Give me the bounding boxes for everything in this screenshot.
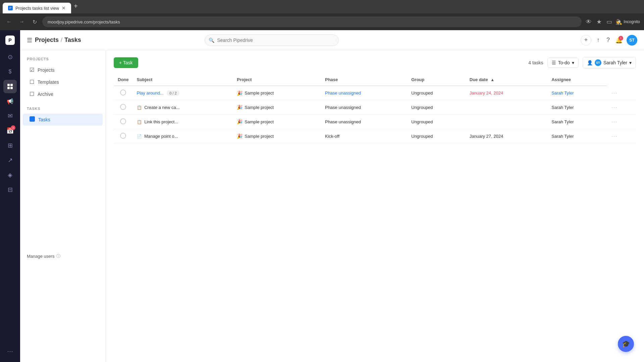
subject-cell-2: 📋 Create a new ca... xyxy=(133,100,233,115)
project-name-3[interactable]: Sample project xyxy=(245,119,274,124)
browser-visibility-toggle[interactable]: 👁 xyxy=(584,17,593,27)
app-logo[interactable]: P xyxy=(4,34,16,46)
app-container: P ⊙ $ 📢 ✉ 📅 2 ⊞ ↗ ◈ ⊟ ⋯ ☰ Projects / xyxy=(0,30,644,362)
done-radio-2[interactable] xyxy=(120,104,126,110)
sidebar-item-archive[interactable]: ☐ Archive xyxy=(23,88,103,100)
nav-icon-home[interactable]: ⊙ xyxy=(3,50,17,64)
project-name-4[interactable]: Sample project xyxy=(245,134,274,139)
browser-chrome: P Projects tasks list view ✕ + ← → ↻ 👁 ★… xyxy=(0,0,644,30)
notification-bell[interactable]: 🔔 1 xyxy=(615,37,623,44)
manage-users-link[interactable]: Manage users ⓘ xyxy=(27,253,99,259)
tab-close-button[interactable]: ✕ xyxy=(62,5,66,11)
row-actions-icon-2[interactable]: ⋯ xyxy=(611,104,618,111)
done-cell-2[interactable] xyxy=(114,100,133,115)
breadcrumb: Projects / Tasks xyxy=(35,37,81,44)
main-content: + Task 4 tasks ☰ To-do ▾ 👤 ST Sarah Tyle… xyxy=(106,50,644,362)
row-actions-1[interactable]: ⋯ xyxy=(607,86,636,100)
user-avatar[interactable]: ST xyxy=(627,35,637,46)
subject-text-2[interactable]: Create a new ca... xyxy=(144,105,180,110)
nav-icon-maps[interactable]: ⊟ xyxy=(3,183,17,196)
due-date-value-4: January 27, 2024 xyxy=(470,134,503,139)
assignee-filter-dropdown[interactable]: 👤 ST Sarah Tyler ▾ xyxy=(583,57,636,68)
browser-bookmark-button[interactable]: ★ xyxy=(595,17,603,27)
done-cell-1[interactable] xyxy=(114,86,133,100)
nav-icon-trends[interactable]: ↗ xyxy=(3,154,17,167)
incognito-indicator: 🕵 Incognito xyxy=(615,19,640,25)
assignee-filter-label: Sarah Tyler xyxy=(603,60,627,65)
assignee-value-1[interactable]: Sarah Tyler xyxy=(551,90,574,96)
row-actions-icon-1[interactable]: ⋯ xyxy=(611,89,618,96)
svg-rect-3 xyxy=(10,87,13,89)
project-cell-1: 🎉 Sample project xyxy=(233,86,321,100)
menu-toggle-button[interactable]: ☰ xyxy=(27,37,32,44)
due-date-cell-2 xyxy=(466,100,547,115)
table-body: Play around... 0 / 2 🎉 Sample project xyxy=(114,86,636,143)
assignee-value-2[interactable]: Sarah Tyler xyxy=(551,105,574,110)
breadcrumb-root[interactable]: Projects xyxy=(35,37,59,44)
project-name-1[interactable]: Sample project xyxy=(245,90,274,96)
global-add-button[interactable]: + xyxy=(581,35,591,46)
icon-sidebar: P ⊙ $ 📢 ✉ 📅 2 ⊞ ↗ ◈ ⊟ ⋯ xyxy=(0,30,20,362)
nav-icon-more[interactable]: ⋯ xyxy=(3,345,17,358)
assignee-value-3[interactable]: Sarah Tyler xyxy=(551,119,574,124)
projects-icon: ☑ xyxy=(30,67,34,73)
share-button[interactable]: ↑ xyxy=(595,35,601,45)
browser-tab-active[interactable]: P Projects tasks list view ✕ xyxy=(3,3,71,13)
browser-reload-button[interactable]: ↻ xyxy=(30,17,40,27)
help-fab-button[interactable]: 🎓 xyxy=(618,336,634,352)
nav-icon-projects[interactable] xyxy=(3,80,17,93)
nav-icon-products[interactable]: ◈ xyxy=(3,168,17,182)
project-name-2[interactable]: Sample project xyxy=(245,105,274,110)
sidebar-item-projects[interactable]: ☑ Projects xyxy=(23,64,103,76)
col-subject: Subject xyxy=(133,74,233,86)
main-toolbar: + Task 4 tasks ☰ To-do ▾ 👤 ST Sarah Tyle… xyxy=(114,57,636,68)
row-actions-3[interactable]: ⋯ xyxy=(607,115,636,129)
done-cell-4[interactable] xyxy=(114,129,133,143)
new-tab-button[interactable]: + xyxy=(71,1,80,11)
col-phase: Phase xyxy=(321,74,407,86)
nav-icon-inbox[interactable]: ✉ xyxy=(3,109,17,123)
search-input[interactable] xyxy=(205,35,339,46)
header-left: ☰ Projects / Tasks xyxy=(27,37,81,44)
breadcrumb-current: Tasks xyxy=(64,37,81,44)
row-actions-icon-4[interactable]: ⋯ xyxy=(611,133,618,139)
tasks-icon xyxy=(30,116,35,123)
done-cell-3[interactable] xyxy=(114,115,133,129)
col-done: Done xyxy=(114,74,133,86)
row-actions-4[interactable]: ⋯ xyxy=(607,129,636,143)
nav-icon-campaigns[interactable]: 📢 xyxy=(3,95,17,108)
nav-icon-deals[interactable]: $ xyxy=(3,65,17,78)
help-button[interactable]: ? xyxy=(605,35,611,45)
project-icon-1: 🎉 xyxy=(237,90,243,96)
nav-icon-reports[interactable]: ⊞ xyxy=(3,139,17,152)
status-filter-dropdown[interactable]: ☰ To-do ▾ xyxy=(547,58,579,68)
due-date-sort-icon[interactable]: ▲ xyxy=(490,77,494,82)
browser-forward-button[interactable]: → xyxy=(17,17,27,27)
nav-icon-calendar[interactable]: 📅 2 xyxy=(3,124,17,137)
projects-section-label: PROJECTS xyxy=(20,57,105,64)
done-radio-1[interactable] xyxy=(120,89,126,96)
phase-cell-3: Phase unassigned xyxy=(321,115,407,129)
phase-value-3[interactable]: Phase unassigned xyxy=(325,119,361,124)
row-actions-2[interactable]: ⋯ xyxy=(607,100,636,115)
archive-icon: ☐ xyxy=(30,91,34,97)
browser-back-button[interactable]: ← xyxy=(4,17,14,27)
address-bar[interactable] xyxy=(42,16,582,27)
phase-value-4[interactable]: Kick-off xyxy=(325,134,339,139)
done-radio-3[interactable] xyxy=(120,118,126,124)
sidebar-item-tasks[interactable]: Tasks xyxy=(23,114,103,126)
add-task-button[interactable]: + Task xyxy=(114,57,138,68)
assignee-value-4[interactable]: Sarah Tyler xyxy=(551,134,574,139)
phase-value-2[interactable]: Phase unassigned xyxy=(325,105,361,110)
subject-link-1[interactable]: Play around... xyxy=(137,90,164,96)
sidebar-item-templates[interactable]: ☐ Templates xyxy=(23,76,103,88)
subject-text-3[interactable]: Link this project... xyxy=(144,119,178,124)
row-actions-icon-3[interactable]: ⋯ xyxy=(611,118,618,125)
table-row: 📋 Link this project... 🎉 Sample project xyxy=(114,115,636,129)
browser-split-button[interactable]: ▭ xyxy=(605,17,613,27)
subject-text-4[interactable]: Manage point o... xyxy=(144,134,178,139)
subject-icon-3: 📋 xyxy=(137,120,142,124)
phase-value-1[interactable]: Phase unassigned xyxy=(325,90,361,96)
done-radio-4[interactable] xyxy=(120,133,126,139)
left-sidebar: PROJECTS ☑ Projects ☐ Templates ☐ Archiv… xyxy=(20,50,106,362)
